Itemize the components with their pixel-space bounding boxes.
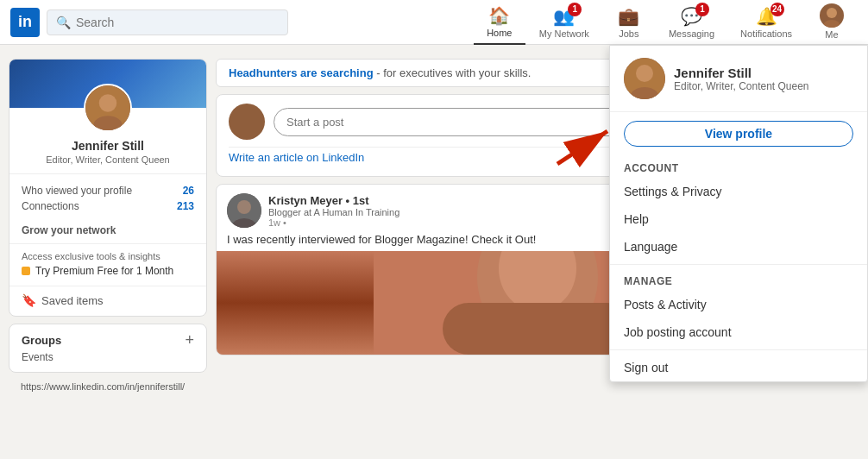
- navbar: in 🔍 🏠 Home 👥 1 My Network 💼 Jobs 💬 1 Me…: [0, 0, 868, 45]
- grow-network[interactable]: Grow your network: [9, 223, 206, 243]
- help-item[interactable]: Help: [610, 205, 867, 233]
- post-author-avatar: [227, 193, 261, 228]
- nav-item-me[interactable]: Me: [806, 0, 858, 47]
- profile-avatar: [84, 84, 132, 132]
- nav-items: 🏠 Home 👥 1 My Network 💼 Jobs 💬 1 Messagi…: [474, 0, 858, 47]
- svg-point-1: [823, 20, 840, 28]
- premium-text: Access exclusive tools & insights: [22, 251, 194, 261]
- groups-card: Groups + Events: [9, 324, 207, 373]
- profile-name: Jennifer Still: [9, 139, 206, 153]
- nav-label-home: Home: [487, 28, 512, 38]
- search-icon: 🔍: [56, 16, 71, 29]
- post-box-avatar: [229, 104, 265, 140]
- profile-url: https://www.linkedin.com/in/jenniferstil…: [9, 380, 207, 392]
- promo-rest: - for executives with your skills.: [376, 66, 531, 79]
- manage-section-title: MANAGE: [610, 268, 867, 291]
- notifications-icon: 🔔 24: [756, 6, 777, 27]
- view-profile-button[interactable]: View profile: [624, 121, 853, 147]
- profile-card: Jennifer Still Editor, Writer, Content Q…: [9, 59, 207, 317]
- profile-avatar-wrap: [9, 84, 206, 132]
- svg-point-13: [636, 65, 653, 82]
- groups-header: Groups +: [22, 331, 194, 349]
- account-section-title: ACCOUNT: [610, 155, 867, 178]
- messaging-icon: 💬 1: [681, 6, 702, 27]
- network-badge: 1: [568, 3, 582, 16]
- notifications-badge: 24: [771, 3, 784, 16]
- saved-icon: 🔖: [22, 293, 36, 307]
- saved-label: Saved items: [41, 294, 104, 307]
- svg-point-6: [237, 200, 251, 214]
- me-dropdown: Jennifer Still Editor, Writer, Content Q…: [609, 45, 868, 382]
- groups-item-events[interactable]: Events: [22, 349, 194, 365]
- premium-btn[interactable]: Try Premium Free for 1 Month: [22, 265, 194, 277]
- search-input[interactable]: [76, 16, 279, 29]
- home-icon: 🏠: [488, 5, 510, 26]
- dropdown-avatar: [624, 58, 665, 99]
- search-box[interactable]: 🔍: [47, 9, 288, 35]
- nav-item-jobs[interactable]: 💼 Jobs: [603, 1, 655, 44]
- svg-point-0: [827, 8, 837, 18]
- svg-point-3: [99, 94, 116, 111]
- nav-item-messaging[interactable]: 💬 1 Messaging: [657, 1, 726, 44]
- messaging-badge: 1: [695, 3, 709, 16]
- nav-item-notifications[interactable]: 🔔 24 Notifications: [728, 1, 804, 44]
- language-item[interactable]: Language: [610, 233, 867, 261]
- nav-label-network: My Network: [539, 28, 589, 39]
- promo-highlight: Headhunters are searching: [229, 66, 374, 79]
- nav-item-home[interactable]: 🏠 Home: [474, 0, 525, 45]
- nav-label-me: Me: [825, 29, 838, 40]
- settings-privacy-item[interactable]: Settings & Privacy: [610, 178, 867, 205]
- stat-row-views[interactable]: Who viewed your profile 26: [22, 185, 194, 197]
- stat-row-connections[interactable]: Connections 213: [22, 200, 194, 212]
- stat-label-views: Who viewed your profile: [22, 185, 132, 197]
- premium-dot-icon: [22, 267, 30, 275]
- sign-out-item[interactable]: Sign out: [610, 354, 867, 381]
- nav-label-messaging: Messaging: [669, 28, 714, 39]
- stat-value-connections: 213: [177, 200, 194, 212]
- groups-title: Groups: [22, 334, 61, 347]
- dropdown-user-name: Jennifer Still: [674, 66, 809, 80]
- saved-section[interactable]: 🔖 Saved items: [9, 286, 206, 316]
- add-group-icon[interactable]: +: [185, 331, 194, 349]
- left-sidebar: Jennifer Still Editor, Writer, Content Q…: [9, 59, 207, 459]
- me-avatar: [820, 3, 844, 28]
- linkedin-logo: in: [10, 8, 40, 37]
- nav-item-network[interactable]: 👥 1 My Network: [527, 1, 601, 44]
- jobs-icon: 💼: [618, 6, 639, 27]
- stat-value-views: 26: [183, 185, 194, 197]
- svg-rect-11: [443, 303, 632, 355]
- write-article-label: Write an article: [229, 151, 303, 164]
- premium-btn-label: Try Premium Free for 1 Month: [35, 265, 173, 277]
- dropdown-user-info: Jennifer Still Editor, Writer, Content Q…: [674, 66, 809, 92]
- job-posting-item[interactable]: Job posting account: [610, 318, 867, 346]
- on-linkedin-label: on LinkedIn: [306, 151, 364, 164]
- premium-section: Access exclusive tools & insights Try Pr…: [9, 243, 206, 286]
- dropdown-user-title: Editor, Writer, Content Queen: [674, 80, 809, 92]
- nav-label-notifications: Notifications: [740, 28, 792, 39]
- posts-activity-item[interactable]: Posts & Activity: [610, 291, 867, 318]
- dropdown-profile-section: Jennifer Still Editor, Writer, Content Q…: [610, 46, 867, 112]
- profile-title: Editor, Writer, Content Queen: [9, 154, 206, 173]
- network-icon: 👥 1: [553, 6, 575, 27]
- nav-label-jobs: Jobs: [619, 28, 638, 39]
- stat-label-connections: Connections: [22, 200, 79, 212]
- profile-stats: Who viewed your profile 26 Connections 2…: [9, 181, 206, 223]
